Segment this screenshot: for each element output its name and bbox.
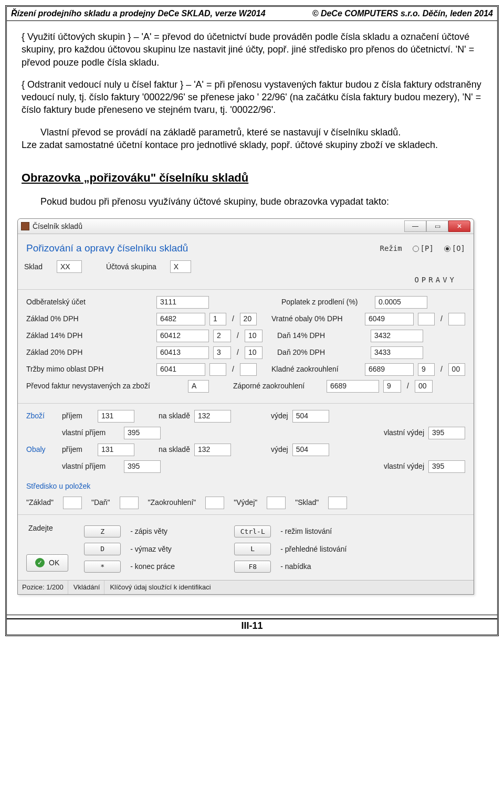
stredisko-label: Středisko u položek — [24, 480, 467, 491]
zaklad0-f2[interactable]: 1 — [209, 313, 226, 325]
zaklad14-f1[interactable]: 60412 — [156, 330, 209, 342]
q-zaokr: "Zaokrouhlení" — [148, 498, 196, 508]
prijem-label: příjem — [62, 411, 93, 421]
zaporne-zaokr-f1[interactable]: 6689 — [327, 380, 379, 393]
odb-ucet-field[interactable]: 3111 — [156, 296, 209, 309]
q-sklad-field[interactable] — [328, 497, 347, 509]
q-zaklad-field[interactable] — [63, 497, 82, 509]
prevod-label: Převod faktur nevystavených za zboží — [26, 381, 184, 391]
zbozi-nasklade-field[interactable]: 132 — [194, 410, 231, 423]
key-l[interactable]: L — [234, 543, 271, 555]
maximize-button[interactable]: ▭ — [426, 220, 448, 232]
key-f8-desc: - nabídka — [280, 562, 396, 572]
titlebar: Číselník skladů — ▭ ✕ — [18, 219, 474, 234]
q-sklad: "Sklad" — [295, 498, 319, 508]
vratne-obaly-f2[interactable] — [418, 313, 435, 325]
zaklad20-f1[interactable]: 60413 — [156, 346, 209, 359]
trzby-f2[interactable] — [209, 363, 226, 376]
status-pozice: Pozice: 1/200 — [18, 581, 68, 594]
para3-line2: Lze zadat samostatné účetní kontace pro … — [22, 140, 438, 150]
zbozi-vydej-field[interactable]: 504 — [292, 410, 329, 423]
key-l-desc: - přehledné listování — [280, 544, 396, 554]
key-z-desc: - zápis věty — [130, 526, 225, 536]
obaly-vlprijem-field[interactable]: 395 — [124, 460, 161, 473]
key-d[interactable]: D — [84, 543, 121, 555]
minimize-button[interactable]: — — [404, 220, 426, 232]
radio-p[interactable] — [413, 246, 419, 252]
kladne-zaokr-f2[interactable]: 9 — [418, 363, 435, 376]
header-right: © DeCe COMPUTERS s.r.o. Děčín, leden 201… — [312, 9, 493, 18]
trzby-label: Tržby mimo oblast DPH — [26, 364, 152, 374]
zbozi-label: Zboží — [26, 411, 58, 421]
kladne-zaokr-f1[interactable]: 6689 — [365, 363, 414, 376]
obaly-prijem-field[interactable]: 131 — [98, 444, 134, 456]
trzby-f3[interactable] — [240, 363, 257, 376]
paragraph-1: { Využití účtových skupin } – 'A' = přev… — [22, 30, 482, 69]
key-f8[interactable]: F8 — [234, 561, 271, 573]
zaklad14-f3[interactable]: 10 — [245, 330, 262, 342]
uctova-skupina-label: Účtová skupina — [106, 262, 156, 272]
zaporne-zaokr-f2[interactable]: 9 — [383, 380, 401, 393]
sklad-label: Sklad — [24, 262, 52, 272]
key-ctrl-l-desc: - režim listování — [280, 526, 396, 536]
zaporne-zaokr-label: Záporné zaokrouhlení — [233, 381, 322, 391]
vlvydej-label-2: vlastní výdej — [384, 461, 424, 471]
obaly-vydej-field[interactable]: 504 — [292, 444, 329, 456]
key-d-desc: - výmaz věty — [130, 544, 225, 554]
poplatek-field[interactable]: 0.0005 — [375, 296, 427, 309]
zbozi-prijem-field[interactable]: 131 — [98, 410, 134, 423]
key-star[interactable]: * — [84, 561, 121, 573]
zaklad20-f3[interactable]: 10 — [245, 346, 262, 359]
paragraph-3: Vlastní převod se provádí na základě par… — [22, 126, 482, 152]
check-icon: ✓ — [35, 558, 45, 567]
zaporne-zaokr-f3[interactable]: 00 — [415, 380, 433, 393]
ok-button[interactable]: ✓ OK — [26, 554, 68, 572]
zaklad0-f1[interactable]: 6482 — [156, 313, 205, 325]
window-title: Číselník skladů — [33, 222, 82, 231]
close-button[interactable]: ✕ — [448, 220, 470, 232]
vratne-obaly-field[interactable]: 6049 — [365, 313, 414, 325]
uctova-skupina-field[interactable]: X — [170, 260, 191, 273]
nasklade-label-2: na skladě — [159, 445, 190, 455]
status-bar: Pozice: 1/200 Vkládání Klíčový údaj slou… — [18, 580, 474, 594]
status-mode: Vkládání — [69, 581, 105, 594]
zbozi-vlprijem-field[interactable]: 395 — [124, 427, 161, 439]
q-dan-field[interactable] — [120, 497, 139, 509]
rezim-label: Režim — [380, 244, 402, 252]
form-title: Pořizování a opravy číselníku skladů — [26, 241, 188, 255]
zaklad0-label: Základ 0% DPH — [26, 314, 152, 324]
q-vydej-field[interactable] — [267, 497, 286, 509]
key-ctrl-l[interactable]: Ctrl-L — [234, 525, 271, 538]
poplatek-label: Poplatek z prodlení (%) — [281, 297, 371, 307]
obaly-nasklade-field[interactable]: 132 — [194, 444, 231, 456]
obaly-label: Obaly — [26, 445, 58, 455]
app-icon — [21, 222, 29, 230]
vlvydej-label: vlastní výdej — [384, 428, 424, 438]
zbozi-vlvydej-field[interactable]: 395 — [428, 427, 465, 439]
radio-o[interactable] — [444, 246, 450, 252]
trzby-f1[interactable]: 6041 — [156, 363, 205, 376]
zaklad14-f2[interactable]: 2 — [213, 330, 231, 342]
dan14-label: Daň 14% DPH — [277, 331, 366, 341]
sklad-field[interactable]: XX — [57, 260, 82, 273]
vlprijem-label: vlastní příjem — [62, 428, 120, 438]
key-z[interactable]: Z — [84, 525, 121, 538]
section-title: Obrazovka „pořizováku" číselníku skladů — [22, 170, 482, 186]
vydej-label: výdej — [271, 411, 288, 421]
q-zaokr-field[interactable] — [205, 497, 224, 509]
kladne-zaokr-f3[interactable]: 00 — [448, 363, 465, 376]
document-content: { Využití účtových skupin } – 'A' = přev… — [7, 21, 497, 610]
prevod-f1[interactable]: A — [188, 380, 209, 393]
zaklad20-label: Základ 20% DPH — [26, 347, 152, 357]
nasklade-label: na skladě — [159, 411, 190, 421]
dan14-field[interactable]: 3432 — [371, 330, 423, 342]
page-header: Řízení prodejního skladu a prodejny DeCe… — [7, 7, 497, 21]
vratne-obaly-f3[interactable] — [448, 313, 465, 325]
q-zaklad: "Základ" — [26, 498, 54, 508]
dan20-field[interactable]: 3433 — [371, 346, 423, 359]
zaklad0-f3[interactable]: 20 — [240, 313, 257, 325]
zaklad20-f2[interactable]: 3 — [213, 346, 231, 359]
dan20-label: Daň 20% DPH — [277, 347, 366, 357]
kladne-zaokr-label: Kladné zaokrouhlení — [271, 364, 361, 374]
obaly-vlvydej-field[interactable]: 395 — [428, 460, 465, 473]
